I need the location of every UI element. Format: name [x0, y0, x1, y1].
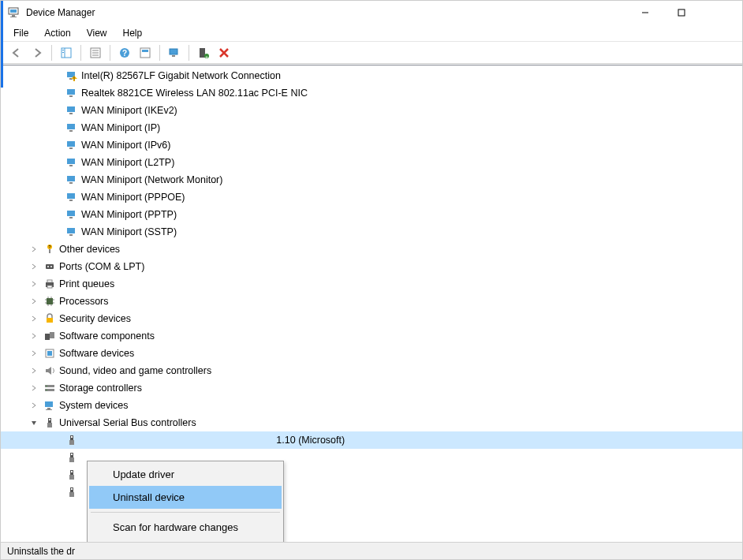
toolbar-separator [80, 45, 81, 61]
svg-point-49 [47, 266, 49, 267]
expand-arrow-icon[interactable] [29, 401, 39, 410]
tree-label: WAN Miniport (PPTP) [81, 209, 177, 220]
tree-item[interactable]: ! Intel(R) 82567LF Gigabit Network Conne… [1, 67, 742, 84]
expand-arrow-icon[interactable] [29, 331, 39, 341]
svg-text:?: ? [122, 49, 127, 58]
expand-arrow-icon[interactable] [29, 349, 39, 358]
scan-hardware-button[interactable] [165, 43, 184, 62]
svg-rect-20 [200, 48, 205, 58]
expand-arrow-icon[interactable] [29, 245, 39, 254]
svg-rect-1 [10, 9, 17, 13]
uninstall-button[interactable] [215, 43, 233, 62]
svg-rect-52 [47, 280, 52, 282]
tree-category[interactable]: ? Other devices [1, 241, 742, 258]
tree-category[interactable]: Storage controllers [1, 379, 742, 397]
tree-label: WAN Miniport (IKEv2) [81, 105, 177, 116]
tree-label: Software components [59, 330, 155, 342]
svg-rect-9 [62, 52, 64, 53]
menu-file[interactable]: File [6, 26, 36, 40]
network-adapter-icon [65, 226, 78, 238]
action-button[interactable] [136, 43, 155, 62]
svg-rect-36 [69, 165, 73, 166]
tree-item[interactable]: WAN Miniport (PPPOE) [1, 189, 742, 206]
svg-rect-83 [71, 454, 73, 455]
tree-category[interactable]: Security devices [1, 310, 742, 327]
expand-arrow-icon[interactable] [29, 366, 39, 375]
svg-rect-53 [47, 286, 52, 288]
expand-arrow-icon[interactable] [29, 297, 39, 306]
properties-button[interactable] [86, 43, 105, 62]
expand-arrow-icon[interactable] [29, 383, 39, 393]
maximize-button[interactable] [663, 1, 700, 24]
storage-icon [43, 382, 56, 394]
tree-item-selected[interactable]: Intel(R) USB 3.1 eXtensible Host Control… [1, 431, 742, 449]
add-legacy-button[interactable]: + [194, 43, 213, 62]
svg-point-71 [46, 390, 47, 390]
tree-item[interactable]: WAN Miniport (L2TP) [1, 154, 742, 171]
svg-rect-86 [71, 471, 73, 472]
context-scan-hardware[interactable]: Scan for hardware changes [89, 516, 282, 539]
tree-label: Print queues [59, 278, 114, 289]
minimize-button[interactable] [627, 1, 663, 24]
svg-text:+: + [205, 54, 208, 58]
context-update-driver[interactable]: Update driver [89, 463, 282, 486]
show-hide-tree-button[interactable] [57, 43, 76, 62]
back-button[interactable] [7, 43, 26, 62]
tree-category[interactable]: Universal Serial Bus controllers [1, 414, 742, 431]
forward-button[interactable] [28, 43, 47, 62]
svg-rect-65 [50, 332, 54, 338]
network-adapter-icon [65, 139, 78, 151]
network-adapter-icon [65, 191, 78, 203]
close-button[interactable] [700, 1, 736, 24]
svg-rect-41 [67, 211, 75, 216]
svg-rect-35 [67, 159, 75, 164]
tree-item[interactable]: WAN Miniport (IPv6) [1, 136, 742, 154]
tree-item[interactable]: Realtek 8821CE Wireless LAN 802.11ac PCI… [1, 84, 742, 102]
tree-label: Ports (COM & LPT) [59, 261, 144, 272]
help-button[interactable]: ? [115, 43, 134, 62]
usb-device-icon [65, 451, 78, 464]
tree-item[interactable]: WAN Miniport (SSTP) [1, 223, 742, 241]
network-adapter-icon [65, 208, 78, 221]
svg-rect-54 [47, 298, 53, 304]
tree-category[interactable]: Sound, video and game controllers [1, 362, 742, 379]
svg-rect-18 [170, 49, 177, 54]
tree-item[interactable]: WAN Miniport (Network Monitor) [1, 171, 742, 189]
expand-arrow-icon[interactable] [29, 314, 39, 323]
device-tree[interactable]: ! Intel(R) 82567LF Gigabit Network Conne… [1, 65, 742, 542]
menu-view[interactable]: View [79, 26, 115, 40]
svg-point-70 [46, 386, 47, 386]
svg-rect-16 [140, 48, 150, 58]
svg-rect-28 [69, 95, 73, 97]
svg-rect-42 [69, 217, 73, 218]
svg-rect-72 [45, 401, 53, 407]
titlebar: Device Manager [1, 1, 742, 24]
svg-rect-79 [69, 440, 74, 445]
tree-category[interactable]: Processors [1, 293, 742, 310]
tree-category[interactable]: Software components [1, 327, 742, 345]
tree-item[interactable]: WAN Miniport (IP) [1, 119, 742, 136]
tree-category[interactable]: System devices [1, 397, 742, 414]
svg-rect-37 [67, 176, 75, 181]
expand-arrow-icon[interactable] [29, 418, 39, 427]
svg-rect-19 [172, 55, 175, 57]
context-uninstall-device[interactable]: Uninstall device [89, 486, 282, 509]
tree-item[interactable]: WAN Miniport (IKEv2) [1, 102, 742, 119]
tree-item[interactable]: WAN Miniport (PPTP) [1, 206, 742, 223]
statusbar-text: Uninstalls the dr [7, 546, 75, 557]
expand-arrow-icon[interactable] [29, 262, 39, 271]
svg-rect-39 [67, 193, 75, 199]
menu-action[interactable]: Action [36, 26, 78, 40]
window-title: Device Manager [26, 7, 627, 18]
expand-arrow-icon[interactable] [29, 279, 39, 289]
tree-category[interactable]: Ports (COM & LPT) [1, 258, 742, 275]
menu-help[interactable]: Help [115, 26, 151, 40]
network-adapter-icon [65, 174, 78, 186]
tree-label: WAN Miniport (PPPOE) [81, 192, 185, 203]
svg-point-50 [50, 266, 52, 267]
tree-category[interactable]: Print queues [1, 275, 742, 293]
menubar: File Action View Help [1, 24, 742, 42]
svg-rect-73 [47, 408, 50, 409]
tree-category[interactable]: Software devices [1, 345, 742, 362]
tree-label: WAN Miniport (L2TP) [81, 157, 174, 168]
